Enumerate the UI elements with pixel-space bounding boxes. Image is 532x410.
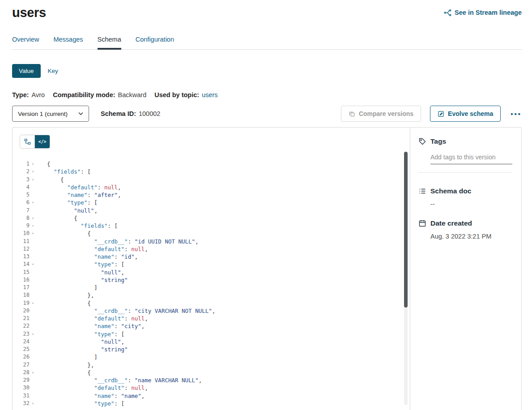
used-by-topic: Used by topic:users xyxy=(154,91,217,98)
code-text: ] xyxy=(36,284,98,291)
schema-panel: </> 1▾{2▾ "fields": [3▾ {4 "default": nu… xyxy=(12,127,522,410)
compare-versions-button[interactable]: Compare versions xyxy=(341,106,421,122)
fold-toggle-icon[interactable]: ▾ xyxy=(30,199,36,206)
code-line: 4 "default": null, xyxy=(13,184,410,191)
schema-doc-header: Schema doc xyxy=(418,187,512,195)
code-text: { xyxy=(36,230,91,237)
schema-editor: </> 1▾{2▾ "fields": [3▾ {4 "default": nu… xyxy=(13,128,410,410)
date-created-header: Date created xyxy=(418,219,512,227)
tab-overview[interactable]: Overview xyxy=(12,36,39,49)
evolve-schema-button[interactable]: Evolve schema xyxy=(430,106,501,122)
compare-versions-label: Compare versions xyxy=(359,110,413,117)
schema-meta-row: Type:Avro Compatibility mode:Backward Us… xyxy=(12,91,522,98)
schema-doc-value: -- xyxy=(430,201,512,208)
code-line: 19▾ { xyxy=(13,299,410,307)
fold-gutter xyxy=(30,338,36,346)
line-number: 8 xyxy=(13,214,30,222)
code-view-icon: </> xyxy=(38,139,46,144)
value-toggle-button[interactable]: Value xyxy=(12,64,41,78)
line-number: 19 xyxy=(13,299,30,307)
topic-label: Used by topic: xyxy=(154,91,199,98)
evolve-schema-label: Evolve schema xyxy=(448,110,493,117)
fold-toggle-icon[interactable]: ▾ xyxy=(30,330,36,338)
code-view-button[interactable]: </> xyxy=(35,135,50,148)
code-line: 25 "string" xyxy=(13,346,410,353)
code-text: "string" xyxy=(36,346,128,353)
code-text: "default": null, xyxy=(36,184,121,191)
code-line: 27 }, xyxy=(13,361,410,369)
code-text: "fields": [ xyxy=(36,222,118,230)
editor-scrollbar[interactable] xyxy=(404,152,408,405)
code-text: { xyxy=(36,160,51,168)
more-options-button[interactable]: ••• xyxy=(511,110,522,118)
fold-toggle-icon[interactable]: ▾ xyxy=(30,176,36,184)
schema-doc-title: Schema doc xyxy=(430,187,471,195)
fold-toggle-icon[interactable]: ▾ xyxy=(30,222,36,230)
fold-toggle-icon[interactable]: ▾ xyxy=(30,214,36,222)
code-editor-content[interactable]: 1▾{2▾ "fields": [3▾ {4 "default": null,5… xyxy=(13,160,410,407)
code-text: "__crdb__": "name VARCHAR NULL", xyxy=(36,376,202,384)
code-line: 18 }, xyxy=(13,291,410,299)
line-number: 4 xyxy=(13,184,30,191)
code-text: "name": "after", xyxy=(36,191,121,199)
code-text: { xyxy=(36,299,91,307)
scrollbar-thumb[interactable] xyxy=(404,152,408,308)
tags-section: Tags xyxy=(418,137,512,173)
add-tags-input[interactable] xyxy=(430,152,512,164)
line-number: 27 xyxy=(13,361,30,369)
fold-toggle-icon[interactable]: ▾ xyxy=(30,299,36,307)
line-number: 11 xyxy=(13,238,30,245)
fold-gutter xyxy=(30,315,36,322)
page-header: users See in Stream lineage xyxy=(12,3,522,22)
tree-view-button[interactable] xyxy=(20,135,35,148)
tab-configuration[interactable]: Configuration xyxy=(136,36,174,49)
key-toggle-button[interactable]: Key xyxy=(41,64,65,78)
code-line: 26 ] xyxy=(13,353,410,361)
fold-gutter xyxy=(30,361,36,369)
fold-toggle-icon[interactable]: ▾ xyxy=(30,168,36,175)
fold-toggle-icon[interactable]: ▾ xyxy=(30,261,36,268)
side-divider xyxy=(418,172,512,173)
compare-versions-icon xyxy=(349,111,355,117)
compatibility-value: Backward xyxy=(118,91,147,98)
stream-lineage-link[interactable]: See in Stream lineage xyxy=(444,9,522,17)
fold-gutter xyxy=(30,245,36,253)
line-number: 30 xyxy=(13,384,30,392)
line-number: 1 xyxy=(13,160,30,168)
code-line: 30 "default": null, xyxy=(13,384,410,392)
version-select[interactable]: Version 1 (current) xyxy=(12,106,89,122)
date-created-icon xyxy=(418,219,426,227)
code-text: "__crdb__": "city VARCHAR NOT NULL", xyxy=(36,307,215,315)
tab-messages[interactable]: Messages xyxy=(53,36,83,49)
fold-gutter xyxy=(30,353,36,361)
code-line: 22 "name": "city", xyxy=(13,322,410,330)
tab-schema[interactable]: Schema xyxy=(98,36,121,49)
fold-toggle-icon[interactable]: ▾ xyxy=(30,400,36,407)
line-number: 31 xyxy=(13,392,30,400)
fold-gutter xyxy=(30,346,36,353)
fold-gutter xyxy=(30,307,36,315)
schema-id: Schema ID:100002 xyxy=(101,110,160,117)
code-line: 24 "null", xyxy=(13,338,410,346)
line-number: 7 xyxy=(13,207,30,214)
line-number: 14 xyxy=(13,261,30,268)
schema-doc-section: Schema doc -- xyxy=(418,187,512,208)
topic-link[interactable]: users xyxy=(202,91,217,98)
line-number: 15 xyxy=(13,269,30,276)
tags-title: Tags xyxy=(430,137,446,145)
line-number: 29 xyxy=(13,376,30,384)
fold-toggle-icon[interactable]: ▾ xyxy=(30,230,36,237)
line-number: 24 xyxy=(13,338,30,346)
code-text: "type": [ xyxy=(36,400,124,407)
code-line: 12 "default": null, xyxy=(13,245,410,253)
code-line: 3▾ { xyxy=(13,176,410,184)
fold-toggle-icon[interactable]: ▾ xyxy=(30,160,36,168)
tree-view-icon xyxy=(24,138,31,145)
code-line: 31 "name": "name", xyxy=(13,392,410,400)
fold-toggle-icon[interactable]: ▾ xyxy=(30,369,36,376)
fold-gutter xyxy=(30,392,36,400)
schema-type: Type:Avro xyxy=(12,91,45,98)
type-label: Type: xyxy=(12,91,29,98)
code-line: 17 ] xyxy=(13,284,410,291)
date-created-value: Aug. 3 2022 3:21 PM xyxy=(430,233,512,240)
